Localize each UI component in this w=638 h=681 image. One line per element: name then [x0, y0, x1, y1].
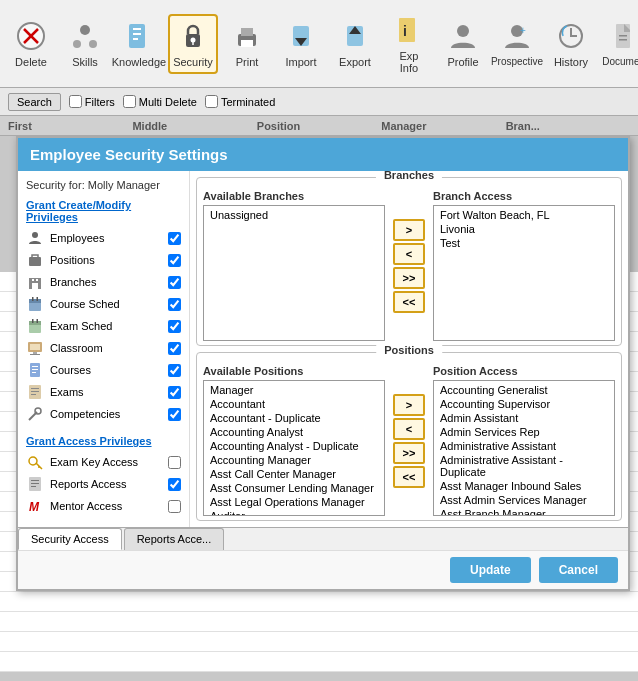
toolbar: Delete Skills Knowledge Security [0, 0, 638, 88]
privilege-competencies: Competencies [26, 405, 181, 423]
branch-remove-all-button[interactable]: << [393, 291, 425, 313]
building-icon [26, 273, 44, 291]
position-access-item[interactable]: Accounting Supervisor [436, 397, 612, 411]
grant-create-header[interactable]: Grant Create/Modify Privileges [26, 199, 181, 223]
available-position-item[interactable]: Manager [206, 383, 382, 397]
multi-delete-checkbox[interactable] [123, 95, 136, 108]
position-remove-all-button[interactable]: << [393, 466, 425, 488]
bg-row [0, 612, 638, 632]
course-sched-checkbox[interactable] [168, 298, 181, 311]
report-icon [26, 475, 44, 493]
toolbar-expinfo[interactable]: i Exp Info [384, 8, 434, 80]
toolbar-export[interactable]: Export [330, 14, 380, 74]
toolbar-import[interactable]: Import [276, 14, 326, 74]
privilege-classroom: Classroom [26, 339, 181, 357]
employees-checkbox[interactable] [168, 232, 181, 245]
terminated-checkbox[interactable] [205, 95, 218, 108]
toolbar-delete[interactable]: Delete [6, 14, 56, 74]
available-branch-item[interactable]: Unassigned [206, 208, 382, 222]
mentor-checkbox[interactable] [168, 500, 181, 513]
multi-delete-checkbox-label[interactable]: Multi Delete [123, 95, 197, 108]
privilege-positions: Positions [26, 251, 181, 269]
position-access-item[interactable]: Asst Admin Services Manager [436, 493, 612, 507]
tab-security-access[interactable]: Security Access [18, 528, 122, 550]
position-access-label: Position Access [433, 365, 615, 377]
privilege-reports: Reports Access [26, 475, 181, 493]
available-position-item[interactable]: Asst Legal Operations Manager [206, 495, 382, 509]
position-access-item[interactable]: Asst Manager Inbound Sales [436, 479, 612, 493]
available-position-item[interactable]: Asst Call Center Manager [206, 467, 382, 481]
available-position-item[interactable]: Accountant - Duplicate [206, 411, 382, 425]
mentor-label: Mentor Access [50, 500, 162, 512]
position-access-item[interactable]: Asst Branch Manager [436, 507, 612, 516]
branch-access-list[interactable]: Fort Walton Beach, FLLivoniaTest [433, 205, 615, 341]
available-positions-list[interactable]: ManagerAccountantAccountant - DuplicateA… [203, 380, 385, 516]
courses-checkbox[interactable] [168, 364, 181, 377]
col-first: First [8, 120, 132, 132]
available-position-item[interactable]: Asst Consumer Lending Manager [206, 481, 382, 495]
toolbar-knowledge[interactable]: Knowledge [114, 14, 164, 74]
position-access-item[interactable]: Accounting Generalist [436, 383, 612, 397]
search-button[interactable]: Search [8, 93, 61, 111]
available-branches-list[interactable]: Unassigned [203, 205, 385, 341]
reports-checkbox[interactable] [168, 478, 181, 491]
toolbar-document[interactable]: Docume... [600, 14, 638, 73]
branch-transfer-buttons: > < >> << [389, 190, 429, 341]
branch-add-all-button[interactable]: >> [393, 267, 425, 289]
filters-checkbox-label[interactable]: Filters [69, 95, 115, 108]
available-branches-label: Available Branches [203, 190, 385, 202]
position-add-all-button[interactable]: >> [393, 442, 425, 464]
svg-rect-15 [241, 40, 253, 47]
update-button[interactable]: Update [450, 557, 531, 583]
terminated-checkbox-label[interactable]: Terminated [205, 95, 275, 108]
available-position-item[interactable]: Auditor [206, 509, 382, 516]
exams-checkbox[interactable] [168, 386, 181, 399]
branch-remove-button[interactable]: < [393, 243, 425, 265]
branches-checkbox[interactable] [168, 276, 181, 289]
available-position-item[interactable]: Accounting Analyst - Duplicate [206, 439, 382, 453]
available-position-item[interactable]: Accountant [206, 397, 382, 411]
exams-label: Exams [50, 386, 162, 398]
toolbar-print[interactable]: Print [222, 14, 272, 74]
exam-sched-checkbox[interactable] [168, 320, 181, 333]
classroom-checkbox[interactable] [168, 342, 181, 355]
tab-reports-access[interactable]: Reports Acce... [124, 528, 225, 550]
position-remove-button[interactable]: < [393, 418, 425, 440]
toolbar-history[interactable]: History [546, 14, 596, 74]
dialog-footer: Update Cancel [18, 550, 628, 589]
toolbar-profile[interactable]: Profile [438, 14, 488, 74]
branch-access-item[interactable]: Test [436, 236, 612, 250]
available-position-item[interactable]: Accounting Analyst [206, 425, 382, 439]
position-access-list[interactable]: Accounting GeneralistAccounting Supervis… [433, 380, 615, 516]
branch-access-item[interactable]: Livonia [436, 222, 612, 236]
exam-key-checkbox[interactable] [168, 456, 181, 469]
filters-checkbox[interactable] [69, 95, 82, 108]
position-add-button[interactable]: > [393, 394, 425, 416]
svg-rect-33 [32, 283, 35, 289]
cancel-button[interactable]: Cancel [539, 557, 618, 583]
position-access-item[interactable]: Administrative Assistant - Duplicate [436, 453, 612, 479]
grant-access-header[interactable]: Grant Access Privileges [26, 435, 181, 447]
reports-label: Reports Access [50, 478, 162, 490]
branch-add-button[interactable]: > [393, 219, 425, 241]
right-panel: Branches Available Branches Unassigned [190, 171, 628, 527]
dialog-title: Employee Security Settings [30, 146, 228, 163]
exam-sched-label: Exam Sched [50, 320, 162, 332]
svg-text:i: i [403, 23, 407, 39]
svg-rect-42 [29, 321, 41, 325]
col-branch: Bran... [506, 120, 630, 132]
available-positions-area: Available Positions ManagerAccountantAcc… [203, 365, 385, 516]
privilege-course-sched: Course Sched [26, 295, 181, 313]
position-access-item[interactable]: Administrative Assistant [436, 439, 612, 453]
toolbar-skills[interactable]: Skills [60, 14, 110, 74]
positions-checkbox[interactable] [168, 254, 181, 267]
competencies-checkbox[interactable] [168, 408, 181, 421]
position-access-item[interactable]: Admin Assistant [436, 411, 612, 425]
available-position-item[interactable]: Accounting Manager [206, 453, 382, 467]
toolbar-security[interactable]: Security [168, 14, 218, 74]
toolbar-prospective[interactable]: + Prospective [492, 14, 542, 73]
position-access-item[interactable]: Admin Services Rep [436, 425, 612, 439]
svg-rect-8 [133, 33, 141, 35]
course-sched-label: Course Sched [50, 298, 162, 310]
branch-access-item[interactable]: Fort Walton Beach, FL [436, 208, 612, 222]
